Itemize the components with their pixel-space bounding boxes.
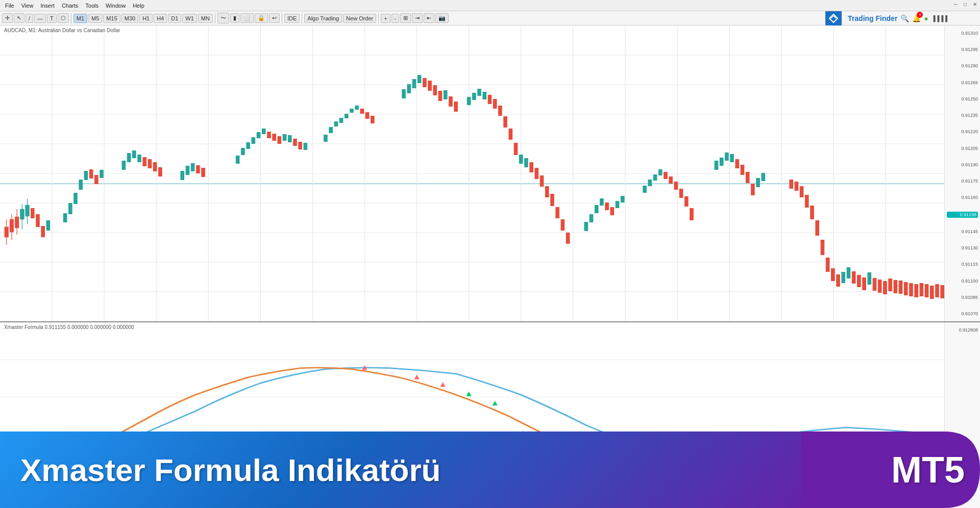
menu-help[interactable]: Help [130,2,148,10]
svg-rect-130 [360,109,364,114]
banner: Xmaster Formula Indikatörü MT5 [0,431,980,508]
minimize-button[interactable]: ─ [951,2,961,7]
svg-rect-246 [746,172,750,183]
svg-rect-312 [940,285,944,298]
screenshot-btn[interactable]: 📷 [435,13,449,23]
indicator-label: Xmaster Formula 0.911155 0.000000 0.0000… [4,324,134,330]
lock-btn[interactable]: 🔒 [255,13,268,23]
tf-h4[interactable]: H4 [154,14,167,23]
svg-rect-36 [26,205,30,216]
svg-rect-270 [831,268,835,281]
svg-rect-274 [841,272,845,283]
tf-mn[interactable]: MN [198,14,213,23]
svg-rect-272 [836,274,840,287]
svg-rect-250 [756,178,760,187]
window-controls: ─ □ ✕ [952,0,980,8]
svg-rect-170 [498,106,502,116]
search-icon[interactable]: 🔍 [900,14,909,22]
crosshair-tool[interactable]: ✛ [2,13,13,23]
price-1: 0.91295 [947,47,978,52]
menu-tools[interactable]: Tools [82,2,102,10]
svg-rect-180 [524,158,528,167]
menu-insert[interactable]: Insert [37,2,58,10]
svg-rect-84 [196,165,200,173]
tf-m1[interactable]: M1 [74,14,87,23]
svg-rect-106 [283,134,287,141]
sell-arrow-3 [440,382,445,387]
svg-rect-102 [272,134,276,141]
menu-charts[interactable]: Charts [59,2,81,10]
tf-w1[interactable]: W1 [182,14,197,23]
svg-rect-128 [355,106,359,110]
sell-arrow-2 [414,375,419,379]
chart-candle-btn[interactable]: ⬜ [240,13,254,23]
svg-rect-138 [407,84,411,93]
svg-rect-258 [800,186,804,197]
hline-tool[interactable]: ― [34,14,46,23]
tf-m5[interactable]: M5 [88,14,102,23]
svg-rect-172 [503,116,507,128]
menu-window[interactable]: Window [103,2,129,10]
svg-rect-202 [595,205,599,213]
svg-rect-50 [74,193,78,204]
banner-badge: MT5 [891,449,965,491]
online-status-icon[interactable]: ● [924,14,928,22]
tf-m15[interactable]: M15 [103,14,120,23]
tf-m30[interactable]: M30 [121,14,138,23]
svg-rect-212 [621,196,625,202]
svg-rect-38 [31,208,35,218]
line-tool[interactable]: / [26,14,33,23]
zoom-in-btn[interactable]: + [381,14,390,23]
svg-rect-178 [519,155,523,164]
svg-rect-240 [730,154,734,162]
svg-rect-310 [935,284,939,297]
price-10: 0.91160 [947,195,978,200]
ide-btn[interactable]: IDE [284,14,300,23]
svg-rect-220 [658,169,663,175]
banner-title: Xmaster Formula Indikatörü [20,452,440,488]
separator-2 [215,13,215,23]
svg-rect-42 [41,226,45,237]
chart-shift-btn[interactable]: ⇥ [412,13,423,23]
candle-svg-container [0,26,944,321]
svg-rect-184 [534,168,538,179]
logo-icon [825,10,842,27]
tf-h1[interactable]: H1 [139,14,153,23]
algo-trading-btn[interactable]: Algo Trading [304,14,342,23]
svg-rect-146 [428,81,432,91]
close-button[interactable]: ✕ [970,2,980,7]
auto-scroll-btn[interactable]: ↩ [269,13,280,23]
chart-line-btn[interactable]: 〜 [217,13,229,23]
menu-file[interactable]: File [2,2,17,10]
svg-rect-190 [550,194,554,206]
svg-rect-34 [20,209,24,219]
chart-bar-btn[interactable]: ▮ [230,13,239,23]
menu-view[interactable]: View [18,2,37,10]
svg-rect-44 [46,220,51,231]
notification-area: 🔔 4 [912,14,921,23]
logo-text: Trading Finder [848,14,897,22]
arrow-tool[interactable]: ↖ [14,13,24,23]
svg-rect-74 [153,162,157,171]
svg-rect-242 [735,159,739,168]
text-tool[interactable]: T [47,14,57,23]
zoom-out-btn[interactable]: - [391,14,400,23]
main-chart[interactable]: AUDCAD, M1: Australian Dollar vs Canadia… [0,26,980,321]
svg-rect-166 [488,95,492,104]
new-order-btn[interactable]: New Order [343,14,376,23]
shape-tool[interactable]: ⬡ [58,13,69,23]
svg-rect-162 [477,89,481,96]
svg-rect-286 [873,278,877,291]
maximize-button[interactable]: □ [961,2,970,7]
tf-d1[interactable]: D1 [168,14,181,23]
grid-btn[interactable]: ⊞ [400,13,411,23]
svg-rect-92 [246,142,250,149]
chart-scroll-btn[interactable]: ⇤ [424,13,434,23]
svg-rect-88 [236,156,240,164]
separator-1 [71,13,71,23]
svg-rect-256 [795,182,799,191]
svg-rect-244 [741,165,745,175]
svg-rect-98 [262,129,266,134]
logo-area: Trading Finder 🔍 🔔 4 ● ▐▐▐▐ [825,10,978,27]
svg-rect-52 [79,180,83,190]
